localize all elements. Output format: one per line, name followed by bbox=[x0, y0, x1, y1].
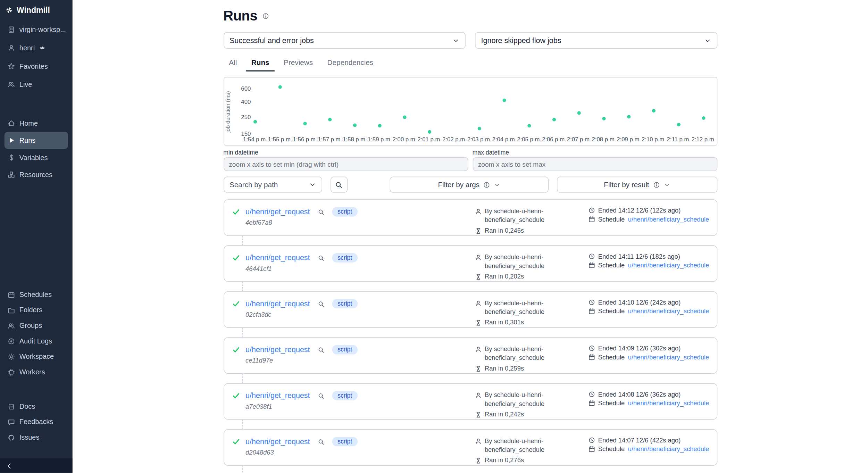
sidebar-item-groups[interactable]: Groups bbox=[5, 318, 68, 333]
run-row[interactable]: u/henri/get_request script 4ebf67a8 By s… bbox=[223, 199, 717, 236]
run-path-link[interactable]: u/henri/get_request bbox=[245, 346, 310, 354]
sidebar-spacer bbox=[0, 183, 73, 287]
kind-badge: script bbox=[332, 253, 358, 263]
clock-icon bbox=[588, 391, 595, 398]
collapse-sidebar-button[interactable] bbox=[0, 458, 73, 473]
run-path-link[interactable]: u/henri/get_request bbox=[245, 254, 310, 262]
run-duration: Ran in 0,242s bbox=[485, 410, 524, 419]
sidebar-item-label: Folders bbox=[19, 306, 42, 314]
tab-all[interactable]: All bbox=[223, 55, 242, 72]
hourglass-icon bbox=[475, 457, 481, 464]
skipped-flows-select[interactable]: Ignore skipped flow jobs bbox=[475, 32, 717, 49]
svg-text:2:07 p.m.: 2:07 p.m. bbox=[567, 136, 591, 143]
schedule-link[interactable]: u/henri/beneficiary_schedule bbox=[628, 262, 709, 268]
ended-at: Ended 14:08 12/6 (362s ago) bbox=[598, 391, 681, 398]
schedule-label: Schedule bbox=[598, 262, 625, 268]
boxes-icon bbox=[8, 171, 15, 179]
inspect-run-icon[interactable] bbox=[318, 300, 324, 307]
chevron-down-icon bbox=[704, 37, 711, 44]
hourglass-icon bbox=[475, 411, 481, 418]
gear-icon bbox=[8, 353, 15, 360]
tab-previews[interactable]: Previews bbox=[278, 55, 318, 72]
book-icon bbox=[8, 403, 15, 410]
schedule-link[interactable]: u/henri/beneficiary_schedule bbox=[628, 308, 709, 314]
svg-text:1:58 p.m.: 1:58 p.m. bbox=[342, 136, 367, 143]
inspect-run-icon[interactable] bbox=[318, 438, 324, 445]
run-row[interactable]: u/henri/get_request script a7e038f1 By s… bbox=[223, 383, 717, 420]
sidebar-item-issues[interactable]: Issues bbox=[5, 430, 68, 445]
sidebar-item-workers[interactable]: Workers bbox=[5, 364, 68, 380]
search-by-path-value: Search by path bbox=[229, 181, 278, 189]
triggered-by-line1: By schedule-u-henri- bbox=[485, 207, 543, 216]
sidebar-item-workspace[interactable]: Workspace bbox=[5, 349, 68, 364]
users-icon bbox=[8, 322, 15, 329]
schedule-link[interactable]: u/henri/beneficiary_schedule bbox=[628, 216, 709, 223]
run-path-link[interactable]: u/henri/get_request bbox=[245, 438, 310, 446]
run-row[interactable]: u/henri/get_request script 02cfa3dc By s… bbox=[223, 291, 717, 328]
filter-by-result-button[interactable]: Filter by result bbox=[557, 177, 717, 193]
chevron-down-icon bbox=[663, 181, 670, 188]
schedule-link[interactable]: u/henri/beneficiary_schedule bbox=[628, 354, 709, 360]
max-datetime-input[interactable] bbox=[473, 157, 717, 171]
sidebar-item-variables[interactable]: Variables bbox=[5, 149, 68, 166]
search-button[interactable] bbox=[330, 177, 348, 193]
sidebar-item-label: Favorites bbox=[19, 62, 48, 70]
user-icon bbox=[475, 438, 481, 445]
filter-by-args-button[interactable]: Filter by args bbox=[390, 177, 549, 193]
clock-icon bbox=[588, 437, 595, 443]
inspect-run-icon[interactable] bbox=[318, 346, 324, 353]
svg-text:2:02 p.m.: 2:02 p.m. bbox=[442, 136, 466, 143]
run-row[interactable]: u/henri/get_request script ce11d97e By s… bbox=[223, 337, 717, 374]
search-by-path-select[interactable]: Search by path bbox=[223, 177, 322, 193]
sidebar-item-schedules[interactable]: Schedules bbox=[5, 287, 68, 302]
runs-duration-chart[interactable]: job duration (ms)1502504006001:54 p.m.1:… bbox=[224, 77, 717, 145]
job-status-select[interactable]: Successful and error jobs bbox=[223, 32, 466, 49]
sidebar-item-home[interactable]: Home bbox=[5, 115, 68, 132]
sidebar-item-live[interactable]: Live bbox=[5, 75, 68, 94]
building-icon bbox=[8, 26, 15, 33]
ended-at: Ended 14:07 12/6 (422s ago) bbox=[598, 437, 681, 443]
sidebar-item-label: Feedbacks bbox=[19, 418, 53, 426]
triggered-by-line1: By schedule-u-henri- bbox=[485, 391, 543, 400]
hourglass-icon bbox=[475, 365, 481, 372]
run-path-link[interactable]: u/henri/get_request bbox=[245, 208, 310, 216]
sidebar-nav-group: HomeRunsVariablesResources bbox=[0, 115, 73, 183]
sidebar-item-resources[interactable]: Resources bbox=[5, 166, 68, 183]
user-menu[interactable]: henri bbox=[5, 39, 68, 57]
chevron-down-icon bbox=[494, 181, 501, 188]
schedule-link[interactable]: u/henri/beneficiary_schedule bbox=[628, 400, 709, 406]
arrow-left-icon bbox=[6, 462, 13, 470]
run-path-link[interactable]: u/henri/get_request bbox=[245, 391, 310, 400]
sidebar-item-favorites[interactable]: Favorites bbox=[5, 57, 68, 75]
sidebar-item-feedbacks[interactable]: Feedbacks bbox=[5, 414, 68, 430]
calendar-icon bbox=[588, 354, 595, 360]
sidebar-admin-group: SchedulesFoldersGroupsAudit LogsWorkspac… bbox=[0, 287, 73, 380]
sidebar-item-label: Schedules bbox=[19, 291, 52, 298]
sidebar-item-audit-logs[interactable]: Audit Logs bbox=[5, 333, 68, 349]
info-icon[interactable] bbox=[262, 13, 269, 19]
run-row[interactable]: u/henri/get_request script 46441cf1 By s… bbox=[223, 245, 717, 282]
sidebar-item-runs[interactable]: Runs bbox=[5, 132, 68, 149]
run-row[interactable]: u/henri/get_request script d2048d63 By s… bbox=[223, 429, 717, 466]
tab-runs[interactable]: Runs bbox=[246, 55, 275, 72]
inspect-run-icon[interactable] bbox=[318, 208, 324, 215]
app-logo[interactable]: Windmill bbox=[0, 0, 73, 20]
sidebar-item-label: virgin-worksp... bbox=[19, 26, 66, 33]
sidebar-item-folders[interactable]: Folders bbox=[5, 302, 68, 318]
triggered-by-line2: beneficiary_schedule bbox=[475, 446, 588, 454]
run-path-link[interactable]: u/henri/get_request bbox=[245, 300, 310, 308]
sidebar-item-label: Audit Logs bbox=[19, 337, 52, 345]
chevron-down-icon bbox=[452, 37, 460, 44]
workspace-selector[interactable]: virgin-worksp... bbox=[5, 20, 68, 39]
sidebar-item-label: Workers bbox=[19, 368, 45, 376]
run-connector bbox=[242, 328, 717, 337]
run-id: d2048d63 bbox=[245, 449, 475, 456]
svg-text:job duration (ms): job duration (ms) bbox=[225, 91, 231, 133]
inspect-run-icon[interactable] bbox=[318, 255, 324, 261]
schedule-link[interactable]: u/henri/beneficiary_schedule bbox=[628, 446, 709, 452]
tab-dependencies[interactable]: Dependencies bbox=[322, 55, 379, 72]
svg-text:2:00 p.m.: 2:00 p.m. bbox=[392, 136, 417, 143]
inspect-run-icon[interactable] bbox=[318, 392, 324, 399]
sidebar-item-docs[interactable]: Docs bbox=[5, 399, 68, 414]
min-datetime-input[interactable] bbox=[223, 157, 468, 171]
